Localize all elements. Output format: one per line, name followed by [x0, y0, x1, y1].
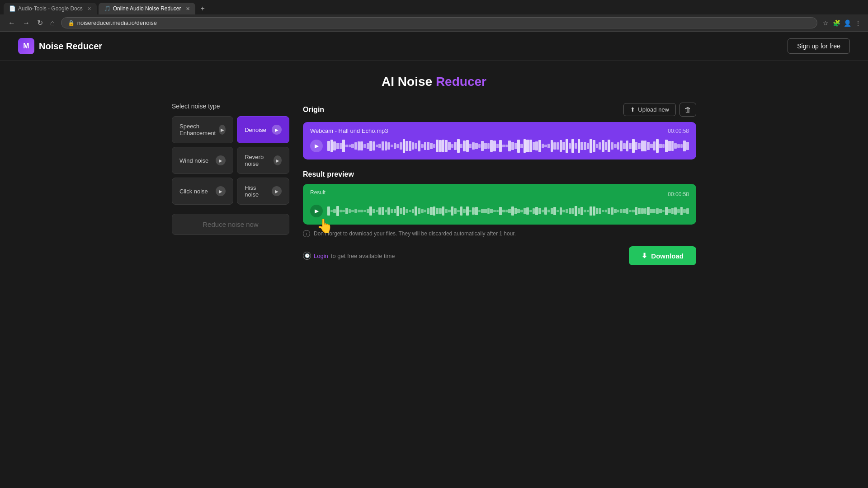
download-label: Download — [651, 252, 684, 260]
tab-noise-reducer[interactable]: 🎵 Online Audio Noise Reducer ✕ — [99, 3, 195, 14]
result-label: Result — [310, 189, 326, 196]
nav-buttons: ← → ↻ ⌂ — [5, 18, 57, 28]
noise-type-label: Select noise type — [172, 103, 289, 110]
noise-grid: Speech Enhancement ▶ Denoise ▶ Wind nois… — [172, 116, 289, 205]
noise-arrow-click: ▶ — [216, 186, 226, 196]
origin-title: Origin — [303, 106, 324, 114]
login-prompt: 🕐 Login to get free available time — [303, 252, 395, 260]
tab-close-1[interactable]: ✕ — [87, 6, 91, 12]
forward-button[interactable]: → — [20, 18, 33, 28]
upload-icon: ⬆ — [630, 106, 635, 113]
page-title: AI Noise Reducer — [172, 75, 696, 89]
download-icon: ⬇ — [642, 252, 647, 260]
noise-btn-click[interactable]: Click noise ▶ — [172, 178, 233, 205]
logo-icon: M — [18, 38, 34, 54]
upload-new-label: Upload new — [638, 106, 669, 113]
tab-favicon-2: 🎵 — [104, 5, 110, 12]
download-button[interactable]: ⬇ Download — [629, 246, 696, 265]
noise-btn-denoise[interactable]: Denoise ▶ — [237, 116, 289, 143]
discard-notice: i Don't forget to download your files. T… — [303, 230, 696, 237]
profile-icon[interactable]: 👤 — [843, 19, 852, 28]
result-title: Result preview — [303, 170, 354, 178]
origin-player: Webcam - Hall und Echo.mp3 00:00:58 ▶ — [303, 122, 696, 160]
result-player: Result 00:00:58 ▶ 👆 — [303, 184, 696, 225]
noise-label-reverb: Reverb noise — [245, 154, 274, 167]
clock-icon: 🕐 — [303, 252, 311, 260]
new-tab-button[interactable]: + — [197, 3, 208, 14]
noise-label-wind: Wind noise — [179, 157, 208, 164]
result-controls: ▶ — [310, 203, 689, 219]
noise-label-denoise: Denoise — [245, 127, 266, 133]
origin-duration: 00:00:58 — [668, 128, 689, 134]
noise-btn-reverb[interactable]: Reverb noise ▶ — [237, 147, 289, 174]
origin-filename: Webcam - Hall und Echo.mp3 — [310, 127, 388, 134]
left-panel: Select noise type Speech Enhancement ▶ D… — [172, 103, 289, 265]
home-button[interactable]: ⌂ — [47, 18, 57, 28]
origin-waveform — [327, 138, 689, 154]
noise-arrow-denoise: ▶ — [272, 125, 282, 135]
signup-button[interactable]: Sign up for free — [788, 38, 850, 54]
content-layout: Select noise type Speech Enhancement ▶ D… — [172, 103, 696, 265]
origin-header: Origin ⬆ Upload new 🗑 — [303, 103, 696, 117]
back-button[interactable]: ← — [5, 18, 18, 28]
info-icon: i — [303, 230, 310, 237]
noise-btn-speech[interactable]: Speech Enhancement ▶ — [172, 116, 233, 143]
logo-area: M Noise Reducer — [18, 38, 102, 54]
tab-favicon-1: 📄 — [9, 5, 15, 12]
result-play-button[interactable]: ▶ — [310, 205, 323, 217]
tab-audio-tools[interactable]: 📄 Audio-Tools - Google Docs ✕ — [4, 3, 97, 14]
noise-btn-hiss[interactable]: Hiss noise ▶ — [237, 178, 289, 205]
tab-title-1: Audio-Tools - Google Docs — [18, 5, 83, 12]
noise-arrow-speech: ▶ — [219, 125, 226, 135]
login-suffix: to get free available time — [331, 253, 395, 259]
result-duration: 00:00:58 — [668, 191, 689, 197]
url-box[interactable]: 🔒 noisereducer.media.io/denoise — [61, 17, 817, 28]
logo-letter: M — [23, 42, 29, 50]
noise-label-click: Click noise — [179, 188, 208, 195]
right-panel: Origin ⬆ Upload new 🗑 Webcam - Hall und … — [303, 103, 696, 265]
noise-arrow-hiss: ▶ — [272, 186, 282, 196]
refresh-button[interactable]: ↻ — [34, 18, 46, 28]
result-player-top: Result 00:00:58 — [310, 189, 689, 199]
extension-icon[interactable]: 🧩 — [832, 19, 841, 28]
noise-arrow-wind: ▶ — [216, 155, 226, 165]
address-bar: ← → ↻ ⌂ 🔒 noisereducer.media.io/denoise … — [0, 14, 868, 31]
result-waveform — [327, 203, 689, 219]
tab-title-2: Online Audio Noise Reducer — [113, 5, 181, 12]
more-icon[interactable]: ⋮ — [854, 19, 863, 28]
url-text: noisereducer.media.io/denoise — [77, 19, 811, 26]
browser-chrome: 📄 Audio-Tools - Google Docs ✕ 🎵 Online A… — [0, 0, 868, 32]
origin-controls: ▶ — [310, 138, 689, 154]
star-icon[interactable]: ☆ — [821, 19, 830, 28]
player-top: Webcam - Hall und Echo.mp3 00:00:58 — [310, 127, 689, 134]
noise-arrow-reverb: ▶ — [274, 155, 282, 165]
discard-text: Don't forget to download your files. The… — [314, 230, 516, 237]
noise-label-speech: Speech Enhancement — [179, 123, 219, 136]
main-content: AI Noise Reducer Select noise type Speec… — [163, 61, 705, 279]
trash-icon: 🗑 — [684, 106, 691, 113]
toolbar-icons: ☆ 🧩 👤 ⋮ — [821, 19, 863, 28]
reduce-noise-button[interactable]: Reduce noise now — [172, 214, 289, 235]
app-header: M Noise Reducer Sign up for free — [0, 32, 868, 61]
origin-play-button[interactable]: ▶ — [310, 140, 323, 152]
title-purple: Reducer — [436, 75, 486, 89]
upload-new-button[interactable]: ⬆ Upload new — [623, 103, 676, 116]
upload-actions: ⬆ Upload new 🗑 — [623, 103, 696, 117]
noise-label-hiss: Hiss noise — [245, 184, 272, 198]
result-section-header: Result preview — [303, 170, 696, 178]
app-name: Noise Reducer — [39, 41, 102, 52]
tab-close-2[interactable]: ✕ — [186, 6, 190, 12]
delete-button[interactable]: 🗑 — [679, 103, 696, 117]
bottom-bar: 🕐 Login to get free available time ⬇ Dow… — [303, 246, 696, 265]
lock-icon: 🔒 — [68, 20, 75, 26]
title-white: AI Noise — [382, 75, 436, 89]
noise-btn-wind[interactable]: Wind noise ▶ — [172, 147, 233, 174]
tab-bar: 📄 Audio-Tools - Google Docs ✕ 🎵 Online A… — [0, 0, 868, 14]
login-link[interactable]: Login — [314, 253, 328, 259]
